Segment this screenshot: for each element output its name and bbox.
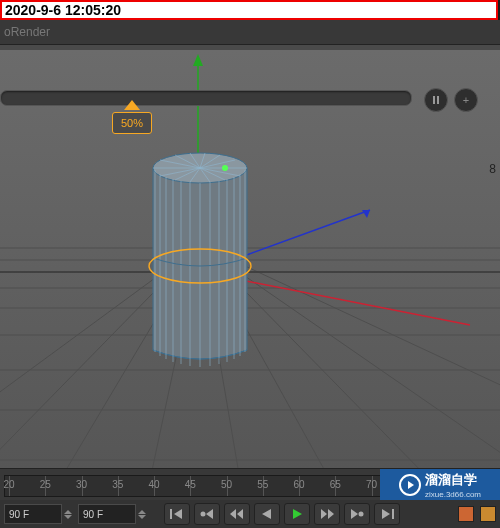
pause-button[interactable] (424, 88, 448, 112)
prev-frame-button[interactable] (224, 503, 250, 525)
cylinder-object (149, 153, 251, 367)
play-backward-button[interactable] (254, 503, 280, 525)
keyframe-button[interactable] (480, 506, 496, 522)
timeline-tick-label: 70 (366, 479, 377, 490)
frame-start-field[interactable]: 90 F (4, 504, 62, 524)
svg-point-50 (222, 165, 228, 171)
preview-slider-track[interactable] (0, 90, 412, 106)
svg-marker-63 (382, 509, 390, 519)
svg-rect-51 (170, 509, 172, 519)
svg-point-62 (359, 512, 364, 517)
timeline-tick-label: 50 (221, 479, 232, 490)
timeline-tick-label: 45 (185, 479, 196, 490)
watermark-play-icon (399, 474, 421, 496)
svg-marker-57 (262, 509, 271, 519)
scene-svg (0, 50, 500, 468)
preview-slider-value: 50% (112, 112, 152, 134)
svg-marker-20 (193, 54, 203, 66)
svg-point-53 (201, 512, 206, 517)
watermark-sub: zixue.3d66.com (425, 490, 481, 499)
viewport-3d[interactable]: 50% + 8 (0, 50, 500, 468)
next-frame-button[interactable] (314, 503, 340, 525)
svg-marker-61 (351, 509, 358, 519)
viewport-info: 8 (489, 160, 496, 178)
record-button[interactable] (458, 506, 474, 522)
frame-end-stepper[interactable] (138, 510, 148, 519)
svg-marker-58 (293, 509, 302, 519)
svg-marker-59 (321, 509, 327, 519)
playbar: 90 F 90 F (0, 500, 500, 528)
pause-icon (433, 96, 439, 104)
svg-rect-64 (392, 509, 394, 519)
timestamp-bar: 2020-9-6 12:05:20 (0, 0, 498, 20)
prev-key-button[interactable] (194, 503, 220, 525)
timeline-tick-label: 20 (3, 479, 14, 490)
timeline[interactable]: 2025303540455055606570 溜溜自学 zixue.3d66.c… (0, 468, 500, 502)
timestamp-text: 2020-9-6 12:05:20 (2, 2, 121, 18)
svg-marker-56 (237, 509, 243, 519)
timeline-tick-label: 65 (330, 479, 341, 490)
add-button[interactable]: + (454, 88, 478, 112)
preview-slider-handle[interactable] (124, 100, 140, 110)
timeline-tick-label: 30 (76, 479, 87, 490)
timeline-tick-label: 60 (294, 479, 305, 490)
timeline-tick-label: 25 (40, 479, 51, 490)
timeline-tick-label: 35 (112, 479, 123, 490)
svg-marker-52 (174, 509, 182, 519)
frame-end-field[interactable]: 90 F (78, 504, 136, 524)
play-forward-button[interactable] (284, 503, 310, 525)
frame-start-stepper[interactable] (64, 510, 74, 519)
timeline-tick-label: 40 (148, 479, 159, 490)
plus-icon: + (463, 94, 469, 106)
title-bar: oRender (0, 20, 500, 44)
goto-start-button[interactable] (164, 503, 190, 525)
goto-end-button[interactable] (374, 503, 400, 525)
svg-marker-19 (362, 210, 370, 218)
svg-marker-54 (206, 509, 213, 519)
svg-marker-55 (230, 509, 236, 519)
watermark-text: 溜溜自学 (425, 471, 481, 489)
renderer-label: oRender (4, 25, 50, 39)
next-key-button[interactable] (344, 503, 370, 525)
timeline-tick-label: 55 (257, 479, 268, 490)
watermark-overlay: 溜溜自学 zixue.3d66.com (380, 469, 500, 501)
svg-marker-60 (328, 509, 334, 519)
